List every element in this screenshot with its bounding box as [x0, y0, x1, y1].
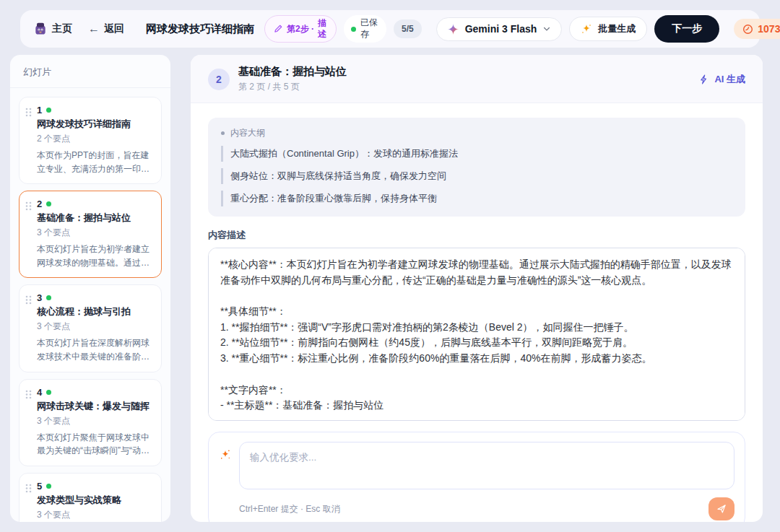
saved-status-label: 已保存 — [360, 17, 379, 40]
back-button[interactable]: ← 返回 — [84, 19, 129, 38]
slide-description: 本页幻灯片旨在深度解析网球发球技术中最关键的准备阶段——抛球与引拍... — [37, 336, 154, 363]
drag-handle-icon[interactable] — [25, 201, 32, 269]
slide-number-row: 2 — [37, 199, 154, 209]
description-textarea[interactable]: **核心内容**：本页幻灯片旨在为初学者建立网球发球的物理基础。通过展示大陆式握… — [208, 248, 745, 421]
outline-title: 内容大纲 — [230, 127, 265, 139]
step-badge-step: 第2步 · — [287, 24, 314, 35]
slide-detail-header: 2 基础准备：握拍与站位 第 2 页 / 共 5 页 AI 生成 — [191, 55, 763, 103]
slide-title: 网球发球技巧详细指南 — [37, 118, 154, 131]
batch-generate-label: 批量生成 — [598, 22, 636, 35]
slide-list: 1 网球发球技巧详细指南 2 个要点 本页作为PPT的封面，旨在建立专业、充满活… — [10, 88, 170, 522]
ai-generate-button[interactable]: AI 生成 — [699, 73, 745, 86]
slide-card-body: 3 核心流程：抛球与引拍 3 个要点 本页幻灯片旨在深度解析网球发球技术中最关键… — [37, 292, 154, 363]
paper-plane-icon — [716, 503, 727, 515]
slide-points: 3 个要点 — [37, 415, 154, 427]
home-label: 主页 — [52, 22, 72, 35]
slide-number-row: 5 — [37, 481, 154, 492]
slide-card-4[interactable]: 4 网球击球关键：爆发与随挥 3 个要点 本页幻灯片聚焦于网球发球中最为关键的“… — [19, 379, 162, 466]
coin-icon — [742, 24, 753, 35]
slide-number-row: 1 — [37, 105, 154, 115]
slide-title: 核心流程：抛球与引拍 — [37, 305, 154, 318]
slide-points: 2 个要点 — [37, 133, 154, 145]
slide-number: 4 — [37, 387, 42, 398]
refine-input-box: Ctrl+Enter 提交 · Esc 取消 — [208, 432, 745, 522]
slide-title: 基础准备：握拍与站位 — [37, 212, 154, 224]
outline-item: 大陆式握拍（Continental Grip）：发球的通用标准握法 — [221, 146, 732, 162]
slide-number: 3 — [37, 292, 42, 303]
slide-card-1[interactable]: 1 网球发球技巧详细指南 2 个要点 本页作为PPT的封面，旨在建立专业、充满活… — [19, 97, 162, 184]
slide-card-3[interactable]: 3 核心流程：抛球与引拍 3 个要点 本页幻灯片旨在深度解析网球发球技术中最关键… — [19, 284, 162, 372]
slide-number-row: 3 — [37, 292, 154, 303]
sidebar-title: 幻灯片 — [10, 55, 170, 88]
home-button[interactable]: 主页 — [29, 19, 77, 39]
slide-card-body: 1 网球发球技巧详细指南 2 个要点 本页作为PPT的封面，旨在建立专业、充满活… — [37, 105, 154, 175]
batch-generate-button[interactable]: 批量生成 — [569, 17, 647, 41]
slide-points: 3 个要点 — [37, 320, 154, 333]
chevron-down-icon — [542, 25, 551, 33]
keyboard-hint: Ctrl+Enter 提交 · Esc 取消 — [239, 503, 340, 515]
page-info: 第 2 页 / 共 5 页 — [238, 81, 347, 93]
step-badge: 第2步 · 描述 — [264, 15, 337, 43]
saved-status-dot — [351, 27, 356, 32]
back-label: 返回 — [104, 22, 124, 35]
model-name: Gemini 3 Flash — [465, 23, 537, 35]
slide-status-dot — [46, 390, 51, 395]
slide-points: 3 个要点 — [37, 227, 154, 239]
slide-description: 本页作为PPT的封面，旨在建立专业、充满活力的第一印象。它传达的核心... — [37, 149, 154, 175]
sparkle-icon — [219, 448, 232, 520]
top-header-bar: 主页 ← 返回 网球发球技巧详细指南 第2步 · 描述 已保存 5/5 — [20, 10, 760, 48]
slide-card-body: 2 基础准备：握拍与站位 3 个要点 本页幻灯片旨在为初学者建立网球发球的物理基… — [37, 199, 154, 269]
back-arrow-icon: ← — [88, 22, 100, 35]
slide-header-text: 基础准备：握拍与站位 第 2 页 / 共 5 页 — [238, 65, 347, 93]
slides-sidebar: 幻灯片 1 网球发球技巧详细指南 2 个要点 — [10, 55, 170, 522]
drag-handle-icon[interactable] — [25, 108, 32, 175]
slide-description: 本页幻灯片旨在为初学者建立网球发球的物理基础。通过展示大陆式握拍的... — [37, 243, 154, 269]
slide-number-row: 4 — [37, 387, 154, 398]
lightning-icon — [699, 74, 709, 84]
outline-item: 重心分配：准备阶段重心微靠后脚，保持身体平衡 — [221, 191, 732, 206]
slide-detail-panel: 2 基础准备：握拍与站位 第 2 页 / 共 5 页 AI 生成 内容大纲 — [191, 55, 763, 522]
content-outline-box: 内容大纲 大陆式握拍（Continental Grip）：发球的通用标准握法 侧… — [208, 118, 745, 217]
slide-status-dot — [46, 295, 51, 300]
drag-handle-icon[interactable] — [25, 484, 32, 522]
sparkle-icon — [581, 23, 592, 35]
app-window: 主页 ← 返回 网球发球技巧详细指南 第2步 · 描述 已保存 5/5 — [0, 0, 780, 532]
refine-input-area: Ctrl+Enter 提交 · Esc 取消 — [239, 442, 734, 520]
credits-value: 1073.81 — [758, 23, 780, 35]
saved-status-badge: 已保存 — [344, 15, 386, 42]
drag-handle-icon[interactable] — [25, 390, 32, 458]
next-step-button[interactable]: 下一步 — [654, 15, 719, 43]
send-button[interactable] — [708, 497, 734, 520]
slide-number: 5 — [37, 481, 42, 492]
slide-title: 网球击球关键：爆发与随挥 — [37, 400, 154, 413]
step-badge-label: 描述 — [318, 18, 328, 40]
description-label: 内容描述 — [208, 229, 745, 242]
slide-card-5[interactable]: 5 发球类型与实战策略 3 个要点 本页幻灯片旨在深入解析网球发球的三大技术分类… — [19, 473, 162, 522]
slide-status-dot — [46, 108, 51, 113]
progress-counter: 5/5 — [394, 19, 422, 38]
slide-detail-body: 内容大纲 大陆式握拍（Continental Grip）：发球的通用标准握法 侧… — [191, 103, 763, 522]
slide-number-badge: 2 — [208, 69, 230, 90]
pen-icon — [273, 24, 283, 34]
slide-status-dot — [46, 201, 51, 206]
refine-request-input[interactable] — [239, 442, 734, 489]
outline-header: 内容大纲 — [221, 127, 732, 139]
slide-points: 3 个要点 — [37, 509, 154, 521]
outline-item: 侧身站位：双脚与底线保持适当角度，确保发力空间 — [221, 168, 732, 184]
model-selector-dropdown[interactable]: Gemini 3 Flash — [436, 17, 563, 41]
drag-handle-icon[interactable] — [25, 295, 32, 363]
slide-description: 本页幻灯片聚焦于网球发球中最为关键的“击球瞬间”与“动作收尾”，深度解... — [37, 431, 154, 458]
mascot-logo-icon — [33, 22, 48, 36]
refine-footer: Ctrl+Enter 提交 · Esc 取消 — [239, 497, 734, 520]
ai-generate-label: AI 生成 — [714, 73, 745, 86]
outline-bullet-icon — [221, 131, 225, 135]
slide-card-body: 4 网球击球关键：爆发与随挥 3 个要点 本页幻灯片聚焦于网球发球中最为关键的“… — [37, 387, 154, 458]
credits-badge[interactable]: 1073.81 — [734, 19, 780, 39]
document-title: 网球发球技巧详细指南 — [143, 22, 257, 36]
slide-card-2-selected[interactable]: 2 基础准备：握拍与站位 3 个要点 本页幻灯片旨在为初学者建立网球发球的物理基… — [19, 191, 162, 278]
gemini-star-icon — [447, 23, 459, 35]
slide-title: 发球类型与实战策略 — [37, 494, 154, 507]
slide-number: 1 — [37, 105, 42, 115]
slide-card-body: 5 发球类型与实战策略 3 个要点 本页幻灯片旨在深入解析网球发球的三大技术分类… — [37, 481, 154, 522]
slide-detail-title: 基础准备：握拍与站位 — [238, 65, 347, 79]
